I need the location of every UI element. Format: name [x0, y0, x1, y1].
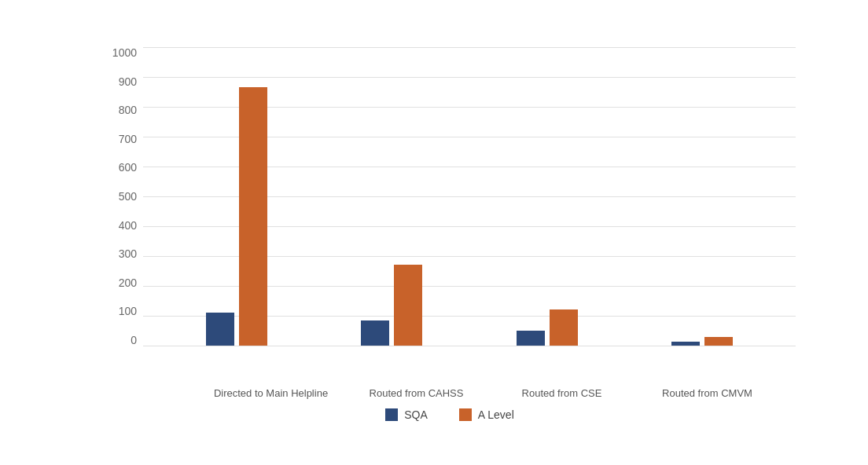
x-axis-label: Routed from CMVM [634, 387, 780, 401]
y-axis-label: 400 [119, 220, 137, 231]
legend-item: A Level [459, 408, 514, 421]
legend-swatch [385, 408, 398, 421]
y-axis-label: 0 [131, 335, 137, 346]
bar-alevel [239, 87, 267, 346]
y-axis-label: 200 [119, 277, 137, 288]
y-axis-label: 600 [119, 162, 137, 173]
legend: SQAA Level [104, 408, 796, 421]
grid-and-bars: Directed to Main HelplineRouted from CAH… [143, 47, 796, 346]
bar-group [625, 337, 781, 346]
y-axis-label: 800 [119, 104, 137, 115]
legend-item: SQA [385, 408, 428, 421]
bar-sqa [361, 320, 389, 346]
bar-sqa [671, 342, 700, 346]
bar-alevel [550, 309, 578, 346]
bar-group [314, 265, 470, 346]
bar-group [159, 87, 314, 346]
legend-label: A Level [478, 408, 514, 421]
bar-sqa [517, 331, 545, 346]
y-axis-label: 900 [119, 76, 137, 87]
y-axis-label: 500 [119, 191, 137, 202]
legend-swatch [459, 408, 472, 421]
x-axis-label: Routed from CSE [489, 387, 634, 401]
chart-container: 10009008007006005004003002001000 Directe… [41, 13, 827, 452]
bar-alevel [704, 337, 733, 346]
x-axis-label: Routed from CAHSS [344, 387, 489, 401]
bar-alevel [394, 265, 422, 346]
bar-sqa [206, 313, 234, 346]
grid-line [143, 346, 796, 346]
x-labels: Directed to Main HelplineRouted from CAH… [182, 387, 796, 401]
y-axis-label: 300 [119, 248, 137, 259]
chart-area: 10009008007006005004003002001000 Directe… [104, 47, 796, 346]
bar-group [469, 309, 625, 346]
x-axis-label: Directed to Main Helpline [198, 387, 344, 401]
legend-label: SQA [404, 408, 428, 421]
y-axis-label: 1000 [112, 47, 137, 58]
bars-area [143, 47, 796, 346]
y-axis-label: 100 [119, 306, 137, 317]
y-axis-label: 700 [119, 134, 137, 145]
y-axis: 10009008007006005004003002001000 [104, 47, 143, 346]
